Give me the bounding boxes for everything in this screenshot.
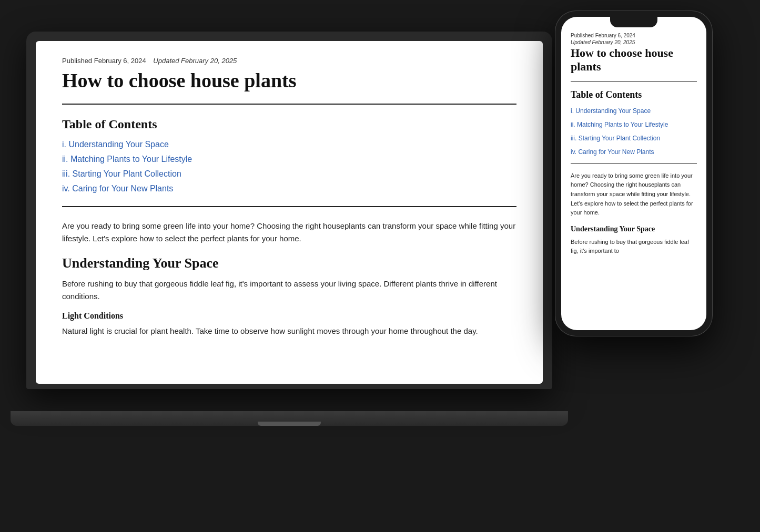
- phone-toc-item-1[interactable]: i. Understanding Your Space: [571, 106, 697, 115]
- laptop-divider-2: [62, 206, 516, 207]
- phone-divider-2: [571, 163, 697, 164]
- phone-published: Published February 6, 2024: [571, 33, 635, 38]
- toc-link-1[interactable]: i. Understanding Your Space: [62, 140, 169, 149]
- toc-item-4[interactable]: iv. Caring for Your New Plants: [62, 184, 516, 193]
- phone-toc-item-2[interactable]: ii. Matching Plants to Your Lifestyle: [571, 119, 697, 129]
- laptop-article-meta: Published February 6, 2024 Updated Febru…: [62, 57, 516, 65]
- phone-intro: Are you ready to bring some green life i…: [571, 171, 697, 218]
- toc-item-2[interactable]: ii. Matching Plants to Your Lifestyle: [62, 155, 516, 164]
- laptop-published: Published February 6, 2024: [62, 57, 146, 65]
- laptop-toc-list: i. Understanding Your Space ii. Matching…: [62, 140, 516, 193]
- laptop-section1-heading: Understanding Your Space: [62, 255, 516, 271]
- phone-toc-link-2[interactable]: ii. Matching Plants to Your Lifestyle: [571, 121, 668, 128]
- phone-toc-item-4[interactable]: iv. Caring for Your New Plants: [571, 147, 697, 156]
- laptop-screen: Published February 6, 2024 Updated Febru…: [36, 41, 543, 384]
- scene: Published February 6, 2024 Updated Febru…: [0, 0, 760, 532]
- laptop-intro: Are you ready to bring some green life i…: [62, 220, 516, 245]
- phone-meta: Published February 6, 2024: [571, 33, 697, 38]
- toc-item-1[interactable]: i. Understanding Your Space: [62, 140, 516, 149]
- phone-article-title: How to choose house plants: [571, 46, 697, 74]
- laptop-subsection1-heading: Light Conditions: [62, 311, 516, 321]
- laptop: Published February 6, 2024 Updated Febru…: [26, 32, 552, 426]
- phone-toc-link-3[interactable]: iii. Starting Your Plant Collection: [571, 135, 660, 142]
- laptop-body: Published February 6, 2024 Updated Febru…: [26, 32, 552, 389]
- laptop-toc-heading: Table of Contents: [62, 117, 516, 131]
- phone-notch: [610, 17, 657, 27]
- phone-toc-list: i. Understanding Your Space ii. Matching…: [571, 106, 697, 156]
- toc-link-3[interactable]: iii. Starting Your Plant Collection: [62, 169, 181, 178]
- phone-divider-1: [571, 81, 697, 82]
- laptop-section1-body: Before rushing to buy that gorgeous fidd…: [62, 278, 516, 303]
- phone-toc-link-1[interactable]: i. Understanding Your Space: [571, 107, 651, 115]
- toc-link-2[interactable]: ii. Matching Plants to Your Lifestyle: [62, 155, 192, 163]
- phone-toc-heading: Table of Contents: [571, 89, 697, 100]
- phone: Published February 6, 2024 Updated Febru…: [555, 11, 713, 336]
- phone-screen: Published February 6, 2024 Updated Febru…: [561, 17, 706, 330]
- phone-section1-heading: Understanding Your Space: [571, 225, 697, 233]
- phone-toc-item-3[interactable]: iii. Starting Your Plant Collection: [571, 133, 697, 142]
- phone-meta-updated: Updated February 20, 2025: [571, 39, 697, 45]
- laptop-divider-1: [62, 104, 516, 105]
- laptop-updated: Updated February 20, 2025: [153, 57, 237, 65]
- toc-link-4[interactable]: iv. Caring for Your New Plants: [62, 184, 173, 193]
- phone-section1-body: Before rushing to buy that gorgeous fidd…: [571, 238, 697, 256]
- laptop-content: Published February 6, 2024 Updated Febru…: [36, 41, 543, 384]
- phone-updated: Updated February 20, 2025: [571, 39, 635, 45]
- phone-toc-link-4[interactable]: iv. Caring for Your New Plants: [571, 148, 654, 156]
- laptop-base: [11, 411, 568, 426]
- toc-item-3[interactable]: iii. Starting Your Plant Collection: [62, 169, 516, 179]
- laptop-subsection1-body: Natural light is crucial for plant healt…: [62, 325, 516, 337]
- laptop-article-title: How to choose house plants: [62, 69, 516, 93]
